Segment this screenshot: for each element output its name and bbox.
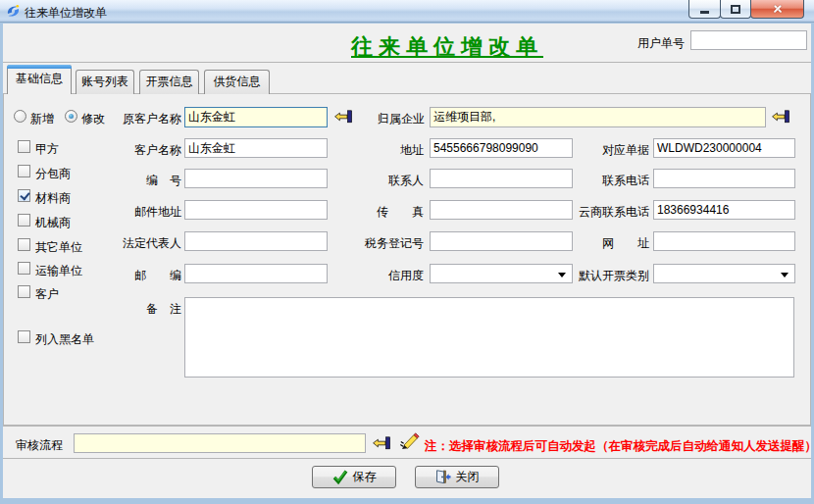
address-input[interactable] [430,138,573,158]
sign-pen-icon[interactable] [400,432,421,450]
belong-label: 归属企业 [378,111,424,127]
audit-lookup-hand-icon[interactable] [373,436,390,450]
tab-invoice-info[interactable]: 开票信息 [139,70,199,94]
invoice-type-label: 默认开票类别 [577,268,649,284]
tax-no-label: 税务登记号 [363,235,424,252]
window-title: 往来单位增改单 [25,5,107,22]
save-button[interactable]: 保存 [312,466,396,488]
credit-select[interactable] [430,264,573,283]
checkbox-customer[interactable] [18,285,30,298]
tab-label: 基础信息 [16,72,63,85]
website-input[interactable] [653,231,795,251]
checkbox-material-supplier[interactable] [18,189,30,202]
tab-label: 开票信息 [146,75,193,88]
code-label: 编 号 [132,173,181,189]
exit-door-icon [435,470,451,484]
contact-input[interactable] [430,169,573,188]
maximize-icon [731,5,740,14]
minimize-button[interactable] [688,0,721,19]
checkbox-first-party-label: 甲方 [35,141,59,158]
checkbox-subcontractor-label: 分包商 [35,166,71,182]
titlebar[interactable]: 往来单位增改单 [0,0,814,23]
orig-name-input[interactable] [184,107,328,127]
website-label: 网 址 [602,235,649,252]
doc-no-input[interactable] [653,138,795,158]
close-icon [772,3,784,15]
radio-new[interactable] [14,110,26,123]
audit-flow-input[interactable] [74,433,366,453]
belong-input[interactable] [430,107,766,127]
close-dialog-button[interactable]: 关闭 [415,466,499,488]
belong-lookup-hand-icon[interactable] [772,110,789,124]
remark-textarea[interactable] [184,297,794,378]
address-label: 地址 [395,142,424,159]
contact-tel-label: 联系电话 [600,173,649,189]
remark-label: 备 注 [143,301,181,318]
checkbox-blacklist-label: 列入黑名单 [35,331,94,348]
cust-name-input[interactable] [184,138,328,158]
contact-tel-input[interactable] [653,169,795,188]
checkbox-other-unit-label: 其它单位 [35,239,82,256]
cloud-tel-label: 云商联系电话 [577,204,649,221]
orig-name-label: 原客户名称 [121,111,181,127]
checkbox-machinery-supplier-label: 机械商 [35,215,71,231]
tab-label: 账号列表 [81,75,128,88]
legal-rep-label: 法定代表人 [121,235,181,252]
maximize-button[interactable] [720,0,751,19]
cust-name-label: 客户名称 [132,142,181,159]
checkbox-machinery-supplier[interactable] [18,214,30,227]
page-title: 往来单位增改单 [351,32,543,62]
dialog-window: 往来单位增改单 往来单位增改单 用户单号 基础信息 账号列表 开票信息 供货信息… [0,0,814,504]
doc-no-label: 对应单据 [600,142,649,159]
app-swirl-icon [6,4,21,19]
checkbox-subcontractor[interactable] [18,165,30,177]
save-button-label: 保存 [353,469,377,485]
close-button[interactable] [750,0,804,19]
tax-no-input[interactable] [430,231,573,251]
checkbox-transport-unit[interactable] [18,262,30,275]
checkbox-blacklist[interactable] [18,330,30,343]
checkbox-customer-label: 客户 [35,286,59,303]
checkbox-material-supplier-label: 材料商 [35,190,71,207]
code-input[interactable] [184,169,328,188]
green-check-icon [332,470,348,484]
checkbox-transport-unit-label: 运输单位 [35,263,82,279]
radio-modify[interactable] [65,110,77,123]
contact-label: 联系人 [387,173,424,189]
orig-name-lookup-hand-icon[interactable] [334,110,352,124]
cloud-tel-input[interactable] [653,200,795,220]
user-no-label: 用户单号 [636,35,685,52]
minimize-icon [700,11,709,14]
audit-flow-label: 审核流程 [16,437,63,454]
tab-account-list[interactable]: 账号列表 [76,70,134,94]
tab-label: 供货信息 [214,75,261,88]
credit-label: 信用度 [387,268,424,284]
tab-supply-info[interactable]: 供货信息 [204,70,270,94]
tab-basic-info[interactable]: 基础信息 [7,65,72,94]
postcode-input[interactable] [184,264,328,283]
radio-new-label: 新增 [30,111,54,127]
legal-rep-input[interactable] [184,231,328,251]
fax-input[interactable] [430,200,573,220]
close-dialog-button-label: 关闭 [456,469,480,485]
radio-modify-label: 修改 [81,111,105,127]
postcode-label: 邮 编 [134,268,181,284]
fax-label: 传 真 [377,204,424,221]
checkbox-other-unit[interactable] [18,238,30,251]
invoice-type-select[interactable] [653,264,795,283]
user-no-input[interactable] [690,30,807,50]
email-input[interactable] [184,200,328,220]
checkbox-first-party[interactable] [18,140,30,153]
email-label: 邮件地址 [132,204,181,221]
audit-note-text: 注：选择审核流程后可自动发起（在审核完成后自动给通知人发送提醒） [425,438,814,455]
